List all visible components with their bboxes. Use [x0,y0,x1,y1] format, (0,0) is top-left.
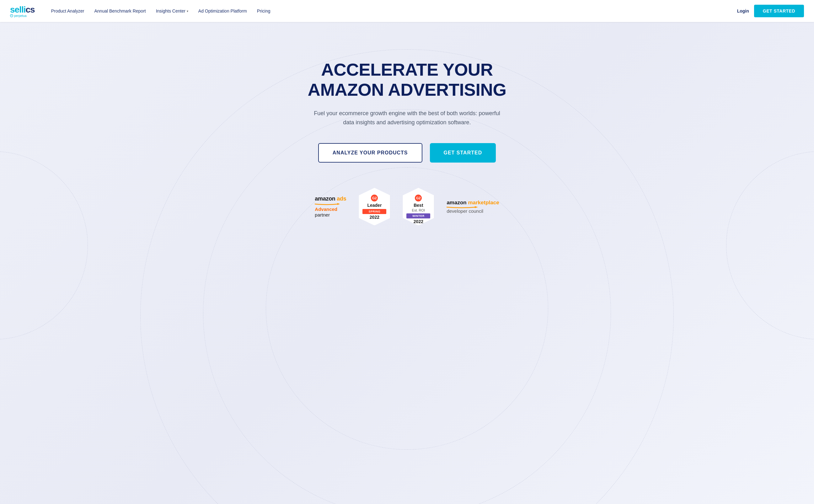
svg-point-0 [10,14,13,17]
nav-ad-optimization[interactable]: Ad Optimization Platform [195,6,251,16]
g2-roi-label: Best [414,203,423,208]
chevron-down-icon: ▾ [187,9,188,13]
g2-badge-content: G2 Leader SPRING 2022 [359,191,390,220]
svg-marker-1 [337,203,340,205]
logo-text: sellics [10,5,35,15]
g2-roi-content: G2 Best Est. ROI WINTER 2022 [403,191,434,224]
amazon-ads-tier: Advanced partner [315,206,337,218]
g2-logo: G2 [371,195,378,201]
g2-roi-year: 2022 [414,219,423,224]
hero-title: ACCELERATE YOUR AMAZON ADVERTISING [308,60,506,100]
get-started-button[interactable]: GET STARTED [430,143,496,163]
g2-roi-season: WINTER [406,213,430,218]
nav-get-started-button[interactable]: GET STARTED [754,5,804,17]
hero-subtitle: Fuel your ecommerce growth engine with t… [313,109,501,127]
perpetua-icon [10,14,13,17]
nav-annual-benchmark[interactable]: Annual Benchmark Report [90,6,149,16]
navigation: sellics perpetua Product Analyzer Annual… [0,0,814,22]
g2-roi-inner: G2 Best Est. ROI WINTER 2022 [403,188,434,225]
g2-leader-season: SPRING [362,209,386,214]
g2-roi-sublabel: Est. ROI [412,208,425,212]
amazon-arrow-icon [315,203,340,205]
badges-row: amazon ads Advanced partner G2 Leader SP… [315,188,499,225]
g2-roi-logo: G2 [415,195,422,201]
amazon-marketplace-arrow-icon [447,206,478,208]
hero-buttons: ANALYZE YOUR PRODUCTS GET STARTED [318,143,496,163]
nav-product-analyzer[interactable]: Product Analyzer [47,6,88,16]
g2-leader-year: 2022 [370,215,379,220]
g2-roi-badge: G2 Best Est. ROI WINTER 2022 [403,188,434,225]
amazon-marketplace-text: amazon marketplace [447,200,499,206]
nav-pricing[interactable]: Pricing [253,6,274,16]
nav-insights-center[interactable]: Insights Center ▾ [152,6,192,16]
main-content: ACCELERATE YOUR AMAZON ADVERTISING Fuel … [0,22,814,250]
nav-right: Login GET STARTED [737,5,804,17]
logo[interactable]: sellics perpetua [10,5,35,18]
login-link[interactable]: Login [737,8,749,13]
g2-leader-badge: G2 Leader SPRING 2022 [359,188,390,225]
svg-marker-2 [475,206,478,208]
logo-perpetua: perpetua [10,14,35,18]
g2-leader-label: Leader [367,203,382,208]
amazon-marketplace-council: developer council [447,208,483,214]
amazon-ads-badge: amazon ads Advanced partner [315,196,346,218]
analyze-products-button[interactable]: ANALYZE YOUR PRODUCTS [318,143,422,163]
amazon-marketplace-badge: amazon marketplace developer council [447,200,499,214]
g2-leader-inner: G2 Leader SPRING 2022 [359,188,390,225]
nav-links: Product Analyzer Annual Benchmark Report… [47,6,737,16]
amazon-ads-text: amazon ads [315,196,346,202]
